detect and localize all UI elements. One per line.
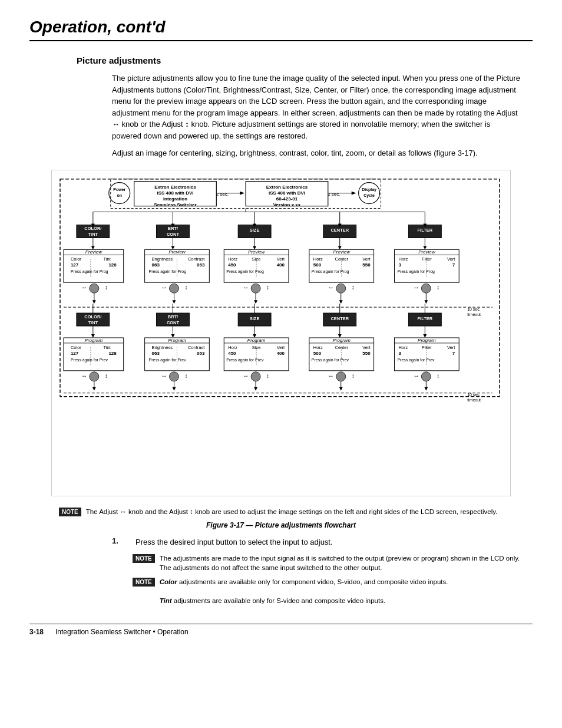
svg-text:Version x.xx: Version x.xx	[273, 202, 301, 207]
svg-marker-210	[92, 387, 96, 390]
svg-text:Contrast: Contrast	[188, 256, 205, 262]
svg-text:↕: ↕	[437, 372, 439, 378]
note-text-diagram: The Adjust ↔ knob and the Adjust ↕ knob …	[86, 507, 498, 516]
svg-text:Center: Center	[335, 344, 349, 350]
svg-text:CENTER: CENTER	[330, 316, 349, 321]
svg-text:063: 063	[152, 350, 160, 355]
note-diagram: NOTE The Adjust ↔ knob and the Adjust ↕ …	[59, 507, 521, 516]
svg-text:↕: ↕	[105, 284, 108, 291]
svg-text:CENTER: CENTER	[330, 228, 349, 233]
svg-text:Integration: Integration	[163, 196, 187, 201]
svg-marker-114	[172, 300, 176, 304]
svg-text:063: 063	[197, 350, 205, 355]
svg-text:↔: ↔	[328, 284, 334, 291]
svg-text:BRT/: BRT/	[168, 314, 178, 319]
svg-text:Vert: Vert	[447, 256, 455, 262]
svg-text:Press again for Prev: Press again for Prev	[149, 357, 187, 362]
svg-text:063: 063	[197, 262, 205, 268]
svg-text:↔: ↔	[81, 284, 87, 291]
svg-text:550: 550	[362, 262, 371, 268]
svg-text:Program: Program	[418, 337, 436, 342]
step-1: 1. Press the desired input button to sel…	[112, 536, 521, 548]
svg-text:Press again for Prog: Press again for Prog	[312, 269, 349, 274]
svg-text:↕: ↕	[437, 284, 439, 291]
page-title: Operation, cont'd	[29, 18, 533, 41]
svg-text:Press again for Prog: Press again for Prog	[226, 269, 264, 274]
svg-text:Tint: Tint	[104, 256, 111, 262]
svg-text:Vert: Vert	[362, 344, 371, 350]
svg-point-116	[251, 284, 260, 293]
svg-text:128: 128	[108, 262, 117, 268]
svg-text:7: 7	[452, 350, 455, 355]
svg-text:Horz: Horz	[228, 256, 237, 262]
svg-text:550: 550	[362, 350, 371, 355]
svg-text:Preview: Preview	[333, 249, 351, 255]
svg-text:Vert: Vert	[277, 344, 285, 350]
svg-text:ISS 408 with DVI: ISS 408 with DVI	[157, 190, 193, 195]
svg-marker-220	[254, 387, 257, 390]
svg-point-106	[90, 284, 99, 293]
svg-text:Program: Program	[332, 337, 351, 342]
svg-marker-225	[339, 387, 343, 390]
svg-text:Vert: Vert	[277, 256, 285, 262]
svg-text:Press again for Prog: Press again for Prog	[71, 269, 108, 274]
svg-point-212	[170, 371, 179, 381]
note-1: NOTE The adjustments are made to the inp…	[133, 554, 521, 572]
svg-text:↔: ↔	[243, 284, 249, 291]
svg-text:Seamless Switcher: Seamless Switcher	[154, 202, 196, 207]
svg-text:2 sec.: 2 sec.	[328, 191, 340, 196]
svg-text:Power: Power	[113, 187, 125, 191]
svg-text:TINT: TINT	[88, 232, 98, 237]
svg-text:↔: ↔	[161, 372, 167, 378]
svg-point-111	[170, 284, 179, 293]
figure-caption: Figure 3-17 — Picture adjustments flowch…	[29, 521, 533, 529]
svg-text:timeout: timeout	[467, 397, 481, 401]
svg-text:SIZE: SIZE	[250, 316, 260, 321]
svg-marker-124	[339, 300, 343, 304]
note-2-label: NOTE	[133, 578, 155, 587]
svg-text:Center: Center	[335, 256, 349, 262]
body-text-1: The picture adjustments allow you to fin…	[112, 73, 521, 141]
svg-point-207	[90, 371, 99, 381]
svg-text:on: on	[117, 193, 122, 197]
svg-text:127: 127	[71, 262, 79, 268]
svg-text:Press again for Prev: Press again for Prev	[397, 357, 435, 362]
footer-page: 3-18	[29, 628, 44, 636]
svg-text:Press again for Prog: Press again for Prog	[397, 269, 435, 274]
svg-marker-230	[424, 387, 428, 390]
svg-text:Preview: Preview	[85, 249, 103, 255]
svg-text:↔: ↔	[413, 372, 419, 378]
svg-text:↕: ↕	[352, 372, 355, 378]
svg-text:7: 7	[452, 262, 455, 268]
svg-text:063: 063	[152, 262, 160, 268]
svg-text:Press again for Prev: Press again for Prev	[226, 357, 264, 362]
svg-text:Color: Color	[71, 344, 81, 350]
svg-marker-109	[92, 300, 96, 304]
step-1-num: 1.	[112, 536, 124, 545]
svg-text:SIZE: SIZE	[250, 228, 260, 233]
svg-text:2 sec.: 2 sec.	[216, 191, 229, 196]
svg-text:CONT: CONT	[167, 320, 180, 325]
svg-text:↔: ↔	[81, 372, 87, 378]
svg-text:Preview: Preview	[248, 249, 266, 255]
svg-text:60-423-01: 60-423-01	[276, 196, 298, 201]
svg-text:Vert: Vert	[362, 256, 371, 262]
note-2-text: Color adjustments are available only for…	[160, 577, 448, 605]
note-1-label: NOTE	[133, 554, 155, 563]
svg-text:↕: ↕	[352, 284, 355, 291]
svg-text:Horz: Horz	[398, 256, 408, 262]
svg-text:Brightness: Brightness	[152, 256, 173, 262]
svg-text:Color: Color	[71, 256, 81, 262]
svg-text:Preview: Preview	[418, 249, 436, 255]
svg-text:↕: ↕	[266, 284, 269, 291]
svg-text:Press again for Prev: Press again for Prev	[312, 357, 349, 362]
svg-text:Extron Electronics: Extron Electronics	[266, 184, 308, 189]
svg-text:3: 3	[398, 262, 401, 268]
note-2: NOTE Color adjustments are available onl…	[133, 577, 521, 605]
svg-text:Horz: Horz	[228, 344, 237, 350]
svg-point-121	[336, 284, 346, 293]
body-text-2: Adjust an image for centering, sizing, b…	[112, 147, 521, 159]
svg-point-126	[421, 284, 431, 293]
svg-text:450: 450	[228, 350, 236, 355]
section-title: Picture adjustments	[77, 55, 533, 65]
